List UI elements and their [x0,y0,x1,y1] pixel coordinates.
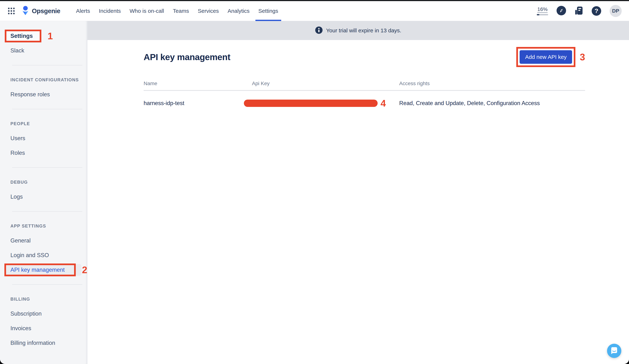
sidebar-divider [12,65,82,65]
opsgenie-logo[interactable]: Opsgenie [21,6,60,16]
redacted-api-key-bar [244,99,378,107]
sidebar-section-incident-configurations: INCIDENT CONFIGURATIONS [0,77,79,83]
navbar-right-cluster: 16% ? [537,5,622,17]
sidebar-item-logs[interactable]: Logs [0,193,23,200]
sidebar-item-roles[interactable]: Roles [0,150,25,156]
sidebar-item-invoices[interactable]: Invoices [0,325,31,332]
add-new-api-key-button[interactable]: Add new API key [520,50,572,64]
chat-widget-button[interactable] [607,344,621,358]
sidebar-item-billing-information[interactable]: Billing information [0,340,55,346]
settings-sidebar: Settings 1 Slack INCIDENT CONFIGURATIONS… [0,21,87,364]
sidebar-item-subscription[interactable]: Subscription [0,310,42,317]
access-rights-cell: Read, Create and Update, Delete, Configu… [399,100,585,106]
sidebar-item-response-roles[interactable]: Response roles [0,91,50,98]
explore-compass-icon[interactable] [557,6,566,16]
trial-usage-indicator[interactable]: 16% [537,6,548,15]
sidebar-item-api-key-management[interactable]: API key management [10,267,65,273]
opsgenie-logo-icon [21,6,29,16]
page-content: API key management Add new API key 3 Nam… [87,40,629,108]
top-navbar: Opsgenie Alerts Incidents Who is on-call… [0,1,629,21]
trial-expiry-text: Your trial will expire in 13 days. [326,27,401,34]
user-avatar[interactable]: DP [610,5,622,17]
nav-tab-alerts[interactable]: Alerts [72,1,94,21]
annotation-box-3-add-button: Add new API key [516,47,575,67]
sidebar-item-general[interactable]: General [0,237,30,244]
sidebar-item-settings[interactable]: Settings [10,33,33,39]
api-keys-table: Name Api Key Access rights harness-idp-t… [144,81,585,108]
api-key-name-cell: harness-idp-test [144,100,244,106]
nav-tab-who-is-on-call[interactable]: Who is on-call [125,1,168,21]
nav-tab-services[interactable]: Services [193,1,223,21]
page-title: API key management [144,52,230,62]
brand-name: Opsgenie [32,7,60,15]
whats-new-document-icon[interactable] [575,6,583,16]
nav-tab-settings[interactable]: Settings [254,1,283,21]
api-key-value-cell: 4 [244,98,399,108]
trial-usage-bar [537,14,548,15]
primary-nav: Alerts Incidents Who is on-call Teams Se… [72,1,283,21]
help-icon[interactable]: ? [592,6,601,16]
avatar-initials: DP [612,8,619,14]
table-header-row: Name Api Key Access rights [144,81,585,91]
column-header-api-key: Api Key [244,81,399,87]
annotation-number-1: 1 [48,31,53,41]
nav-tab-incidents[interactable]: Incidents [94,1,125,21]
nav-tab-teams[interactable]: Teams [168,1,193,21]
sidebar-divider [12,109,82,109]
trial-usage-percent: 16% [537,6,548,13]
sidebar-item-slack[interactable]: Slack [0,47,24,54]
sidebar-section-people: PEOPLE [0,121,30,126]
opsgenie-app-window: Opsgenie Alerts Incidents Who is on-call… [0,0,629,364]
table-row: harness-idp-test 4 Read, Create and Upda… [144,98,585,108]
annotation-box-2-api-key-management[interactable]: API key management [4,264,76,276]
trial-expiry-banner: Your trial will expire in 13 days. [87,21,629,40]
sidebar-item-login-and-sso[interactable]: Login and SSO [0,252,49,259]
nav-tab-analytics[interactable]: Analytics [223,1,254,21]
sidebar-section-app-settings: APP SETTINGS [0,223,46,229]
sidebar-section-debug: DEBUG [0,180,28,185]
info-icon [315,26,322,35]
sidebar-section-billing: BILLING [0,297,30,302]
sidebar-divider [12,167,82,168]
sidebar-divider [12,284,82,285]
column-header-access-rights: Access rights [399,81,585,87]
column-header-name: Name [144,81,244,87]
annotation-number-4: 4 [381,98,386,108]
main-area: Your trial will expire in 13 days. API k… [87,21,629,364]
annotation-number-3: 3 [580,52,585,62]
chat-bubble-icon [610,347,618,355]
annotation-box-1-settings[interactable]: Settings [5,30,41,42]
sidebar-item-users[interactable]: Users [0,135,25,142]
annotation-number-2: 2 [82,265,87,275]
sidebar-divider [12,211,82,212]
app-switcher-icon[interactable] [8,8,15,14]
